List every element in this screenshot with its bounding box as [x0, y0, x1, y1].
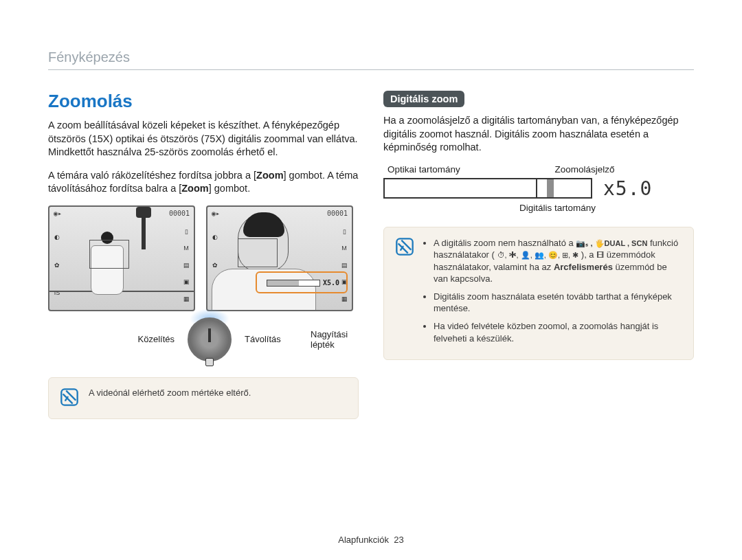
- zoom-dial-icon: [186, 315, 234, 363]
- label-zoom-indicator: Zoomolásjelző: [497, 164, 672, 175]
- preview-row: ◉▸ 00001 ◐✿IS ▯M▤▣▦ ◉▸: [48, 205, 359, 311]
- note-icon: [60, 388, 79, 409]
- note-icon: [395, 237, 414, 350]
- preview-right-icons: ▯M▤▣▦: [339, 223, 349, 307]
- note-box: A videónál elérhető zoom mértéke eltérő.: [48, 377, 359, 419]
- camera-mode-icon: ◉▸: [212, 210, 220, 217]
- text-fragment: ), a: [581, 249, 596, 260]
- footer-section: Alapfunkciók: [338, 535, 389, 545]
- zoom-diagram: Optikai tartomány Zoomolásjelző x5.0 Dig…: [383, 164, 672, 213]
- streetlamp-icon: [142, 216, 146, 249]
- svg-rect-0: [61, 389, 77, 405]
- text-fragment: A témára való ráközelítéshez fordítsa jo…: [48, 170, 256, 181]
- zoom-value-small: X5.0: [323, 279, 339, 287]
- note-item: Digitális zoom használata esetén tovább …: [434, 291, 682, 315]
- digital-zoom-paragraph: Ha a zoomolásjelző a digitális tartomány…: [383, 114, 694, 155]
- movie-mode-icon: 🎞: [596, 250, 604, 260]
- range-separator: [536, 178, 537, 199]
- counter: 00001: [169, 210, 190, 217]
- right-column: Digitális zoom Ha a zoomolásjelző a digi…: [383, 91, 694, 419]
- label-optical-range: Optikai tartomány: [383, 164, 497, 175]
- autofocus-box: [238, 238, 278, 267]
- manual-page: Fényképezés Zoomolás A zoom beállításáva…: [0, 0, 742, 560]
- camera-mode-icon: ◉▸: [54, 210, 62, 217]
- zoom-track-large: [383, 178, 592, 199]
- zoom-keyword: Zoom: [256, 170, 283, 181]
- preview-left-icons: ◐✿IS: [52, 223, 62, 307]
- zoom-indicator-marker: [547, 179, 554, 197]
- label-farther: Távolítás: [245, 334, 300, 344]
- label-digital-range: Digitális tartomány: [519, 203, 672, 213]
- mode-icons: ⏱, ✱, 👤, 👥, 😊, ⊞, ✱: [497, 250, 579, 260]
- autofocus-box: [89, 240, 129, 269]
- note-item: A digitális zoom nem használható a 📷ₛ , …: [434, 237, 682, 285]
- zoom-diagram-top-labels: Optikai tartomány Zoomolásjelző: [383, 164, 672, 175]
- counter: 00001: [327, 210, 348, 217]
- page-footer: Alapfunkciók 23: [0, 535, 742, 545]
- note-text: A videónál elérhető zoom mértéke eltérő.: [89, 388, 251, 409]
- camera-preview-tele: ◉▸ 00001 ◐✿IS ▯M▤▣▦ X5.0: [206, 205, 353, 311]
- face-detect-keyword: Arcfelismerés: [554, 262, 613, 272]
- subsection-pill: Digitális zoom: [383, 91, 464, 107]
- zoom-value-large: x5.0: [603, 177, 652, 200]
- svg-rect-1: [396, 238, 412, 254]
- footer-page-number: 23: [394, 535, 403, 545]
- preview-right-icons: ▯M▤▣▦: [181, 223, 191, 307]
- text-fragment: A digitális zoom nem használható a: [434, 238, 576, 248]
- breadcrumb: Fényképezés: [48, 49, 694, 70]
- zoom-bar-large: x5.0: [383, 177, 672, 200]
- preview-topbar: ◉▸ 00001: [54, 210, 190, 217]
- label-scale: Nagyítási lépték: [311, 329, 359, 350]
- left-column: Zoomolás A zoom beállításával közeli kép…: [48, 91, 359, 419]
- label-closer: Közelítés: [48, 334, 175, 344]
- camera-preview-wide: ◉▸ 00001 ◐✿IS ▯M▤▣▦: [48, 205, 195, 311]
- text-fragment: ] gombot.: [209, 183, 250, 194]
- function-icons: 📷ₛ , 🖐DUAL , SCN: [576, 238, 647, 249]
- intro-paragraph: A zoom beállításával közeli képeket is k…: [48, 119, 359, 159]
- instruction-paragraph: A témára való ráközelítéshez fordítsa jo…: [48, 169, 359, 196]
- note-box: A digitális zoom nem használható a 📷ₛ , …: [383, 227, 694, 360]
- zoom-keyword: Zoom: [181, 183, 208, 194]
- note-list: A digitális zoom nem használható a 📷ₛ , …: [424, 237, 682, 350]
- two-column-layout: Zoomolás A zoom beállításával közeli kép…: [48, 91, 694, 419]
- section-title: Zoomolás: [48, 91, 359, 112]
- dial-labels-row: Közelítés Távolítás Nagyítási lépték: [48, 315, 359, 363]
- zoom-bar-small: X5.0: [267, 278, 342, 288]
- zoom-track: [267, 280, 320, 287]
- note-item: Ha videó felvétele közben zoomol, a zoom…: [434, 320, 682, 344]
